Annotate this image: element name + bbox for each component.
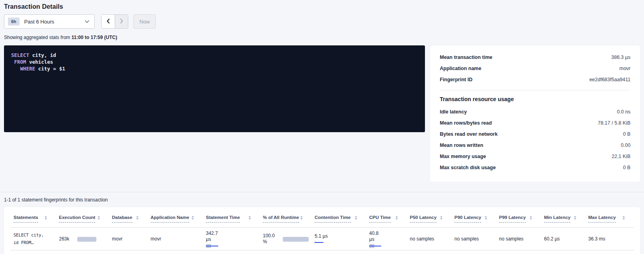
statement-time-unit: µs	[206, 236, 218, 242]
column-header-runtime-pct[interactable]: % of All Runtime	[260, 212, 311, 227]
statements-count-text: 1-1 of 1 statement fingerprints for this…	[4, 197, 640, 203]
time-nav-group	[101, 14, 128, 29]
execution-count-cell: 263k	[56, 228, 109, 250]
column-header-execution-count[interactable]: Execution Count	[56, 212, 109, 227]
resource-value: 0 B	[623, 131, 630, 137]
sort-arrows-icon[interactable]	[574, 215, 576, 220]
sort-arrows-icon[interactable]	[530, 215, 532, 220]
sql-statement-box: SELECT city, id FROM vehicles WHERE city…	[4, 45, 425, 132]
statement-text-line1: SELECT city,	[14, 231, 44, 239]
summary-value: ee2df683f5aa9411	[589, 77, 630, 82]
runtime-pct-cell: 100.0 %	[260, 228, 311, 250]
resource-label: Idle latency	[440, 109, 467, 115]
sort-arrows-icon[interactable]	[395, 215, 398, 220]
card-divider	[440, 90, 630, 90]
summary-label: Fingerprint ID	[440, 77, 472, 82]
sort-arrows-icon[interactable]	[136, 215, 139, 220]
column-header-cpu-time[interactable]: CPU Time	[366, 212, 407, 227]
column-header-application-name[interactable]: Application Name	[147, 212, 203, 227]
resource-label: Max memory usage	[440, 154, 486, 159]
cpu-time-unit: µs	[369, 236, 378, 242]
time-range-dropdown[interactable]: 6h Past 6 Hours	[4, 14, 95, 29]
execution-count-value: 263k	[59, 236, 69, 242]
time-prev-button[interactable]	[102, 15, 115, 28]
statement-time-cell: 342.7 µs	[203, 228, 260, 250]
column-header-p99-latency[interactable]: P99 Latency	[496, 212, 541, 227]
resource-label: Mean rows/bytes read	[440, 120, 492, 126]
resource-row: Max scratch disk usage 0 B	[440, 162, 630, 173]
statement-link[interactable]: SELECT city, id FROM…	[10, 228, 56, 250]
sort-arrows-icon[interactable]	[300, 215, 303, 220]
summary-value: 386.3 µs	[611, 55, 630, 60]
aggregation-note-range: 11:00 to 17:59 (UTC)	[71, 35, 117, 40]
statement-row: SELECT city, id FROM… 263k movr movr 342…	[10, 228, 634, 250]
sort-arrows-icon[interactable]	[485, 215, 487, 220]
sort-arrows-icon[interactable]	[622, 215, 625, 220]
max-latency-cell: 36.3 ms	[585, 228, 634, 250]
cpu-time-cell: 40.8 µs	[366, 228, 407, 250]
summary-row: Fingerprint ID ee2df683f5aa9411	[440, 74, 630, 85]
chevron-down-icon	[85, 20, 89, 23]
chevron-left-icon	[106, 18, 111, 25]
p50-latency-cell: no samples	[407, 228, 451, 250]
resource-label: Max scratch disk usage	[440, 165, 495, 170]
resource-row: Bytes read over network 0 B	[440, 129, 630, 140]
resource-value: 78.17 / 5.8 KiB	[598, 120, 630, 126]
min-latency-cell: 60.2 µs	[541, 228, 585, 250]
summary-value: movr	[619, 66, 630, 71]
time-range-label: Past 6 Hours	[24, 19, 54, 25]
statements-table-header: Statements Execution Count Database Appl…	[10, 207, 634, 228]
resource-value: 0.0 ns	[617, 109, 630, 115]
column-header-p90-latency[interactable]: P90 Latency	[451, 212, 496, 227]
resource-row: Mean rows written 0.00	[440, 140, 630, 151]
sort-arrows-icon[interactable]	[440, 215, 442, 220]
runtime-pct-unit: %	[263, 239, 275, 245]
runtime-pct-bar	[283, 237, 309, 242]
time-next-button[interactable]	[115, 15, 128, 28]
summary-label: Mean transaction time	[440, 55, 492, 60]
column-header-database[interactable]: Database	[109, 212, 147, 227]
summary-row: Application name movr	[440, 63, 630, 74]
cpu-time-bullet-chart	[369, 244, 407, 248]
sort-arrows-icon[interactable]	[249, 215, 251, 220]
statements-table-card: Statements Execution Count Database Appl…	[4, 207, 640, 254]
execution-count-bar	[77, 237, 96, 242]
resource-row: Max memory usage 22.1 KiB	[440, 151, 630, 162]
application-name-cell: movr	[147, 228, 203, 250]
column-header-min-latency[interactable]: Min Latency	[541, 212, 585, 227]
time-controls: 6h Past 6 Hours Now	[4, 14, 640, 29]
chevron-right-icon	[119, 18, 124, 25]
resource-value: 0 B	[623, 165, 630, 170]
sql-statement-text: SELECT city, id FROM vehicles WHERE city…	[11, 52, 418, 72]
column-header-max-latency[interactable]: Max Latency	[585, 212, 634, 227]
summary-row: Mean transaction time 386.3 µs	[440, 52, 630, 63]
statement-text-line2: id FROM…	[14, 239, 44, 246]
sort-arrows-icon[interactable]	[355, 215, 357, 220]
p90-latency-cell: no samples	[451, 228, 496, 250]
column-header-contention-time[interactable]: Contention Time	[311, 212, 366, 227]
page-title: Transaction Details	[4, 3, 640, 10]
resource-label: Bytes read over network	[440, 131, 497, 137]
resource-row: Mean rows/bytes read 78.17 / 5.8 KiB	[440, 117, 630, 129]
sort-arrows-icon[interactable]	[98, 215, 100, 220]
now-button[interactable]: Now	[133, 14, 156, 29]
section-divider	[0, 192, 644, 192]
time-range-badge: 6h	[8, 18, 20, 25]
resource-label: Mean rows written	[440, 143, 483, 148]
statement-time-value: 342.7	[206, 231, 218, 236]
statements-section: 1-1 of 1 statement fingerprints for this…	[0, 197, 644, 254]
contention-time-value: 5.1 µs	[315, 233, 328, 239]
sort-arrows-icon[interactable]	[45, 215, 47, 220]
resource-usage-heading: Transaction resource usage	[440, 96, 630, 102]
aggregation-note-prefix: Showing aggregated stats from	[4, 35, 71, 40]
column-header-statements[interactable]: Statements	[10, 212, 56, 227]
resource-value: 22.1 KiB	[612, 154, 630, 159]
column-header-p50-latency[interactable]: P50 Latency	[407, 212, 451, 227]
p99-latency-cell: no samples	[496, 228, 541, 250]
cpu-time-value: 40.8	[369, 231, 378, 236]
sort-arrows-icon[interactable]	[192, 215, 194, 220]
aggregation-note: Showing aggregated stats from 11:00 to 1…	[4, 35, 640, 40]
column-header-statement-time[interactable]: Statement Time	[203, 212, 260, 227]
database-cell: movr	[109, 228, 147, 250]
main-row: SELECT city, id FROM vehicles WHERE city…	[4, 45, 640, 182]
